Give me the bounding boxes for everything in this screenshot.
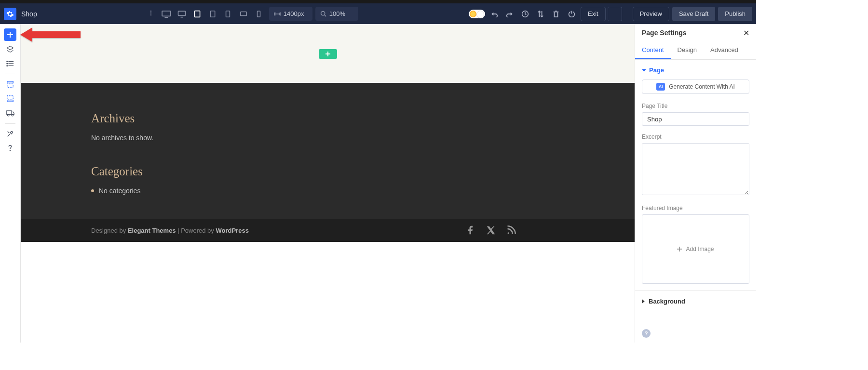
chevron-right-icon [642, 299, 645, 304]
panel-body: Page AI Generate Content With AI Page Ti… [635, 60, 756, 324]
exit-dropdown[interactable] [608, 7, 622, 21]
svg-rect-32 [7, 84, 13, 87]
page-accordion-toggle[interactable]: Page [642, 66, 749, 74]
zoom-input-box[interactable] [315, 7, 358, 21]
footer-template-button[interactable] [4, 92, 16, 105]
width-input-box[interactable] [269, 7, 312, 21]
power-button[interactable] [565, 8, 578, 20]
desktop-button[interactable] [175, 9, 189, 19]
canvas-empty-area[interactable] [21, 24, 635, 83]
svg-marker-43 [642, 69, 646, 71]
svg-rect-9 [226, 11, 230, 17]
delete-button[interactable] [550, 8, 562, 20]
browser-tab-bar [0, 0, 756, 3]
preview-button[interactable]: Preview [633, 7, 669, 21]
swap-button[interactable] [534, 8, 547, 20]
add-section-button[interactable] [319, 49, 337, 59]
layers-button[interactable] [4, 43, 16, 55]
redo-icon [506, 11, 514, 17]
help-circle-button[interactable]: ? [642, 329, 651, 338]
phone-button[interactable] [252, 9, 266, 19]
tablet-large-button[interactable] [190, 9, 204, 19]
plus-icon [325, 51, 331, 57]
background-accordion-toggle[interactable]: Background [642, 298, 749, 305]
svg-rect-34 [7, 100, 13, 102]
featured-image-label: Featured Image [642, 205, 749, 211]
generate-ai-button[interactable]: AI Generate Content With AI [642, 79, 749, 94]
page-footer: Designed by Elegant Themes | Powered by … [21, 219, 635, 242]
publish-button[interactable]: Publish [718, 7, 752, 21]
svg-marker-46 [642, 299, 644, 304]
svg-point-29 [7, 63, 8, 64]
x-icon[interactable] [486, 225, 496, 235]
exit-button[interactable]: Exit [581, 7, 606, 21]
add-image-dropzone[interactable]: Add Image [642, 214, 749, 284]
tab-advanced[interactable]: Advanced [704, 41, 745, 59]
tablet-button[interactable] [205, 9, 220, 19]
list-button[interactable] [4, 57, 16, 70]
ai-badge-icon: AI [656, 83, 665, 91]
redo-button[interactable] [503, 8, 516, 20]
tab-design[interactable]: Design [671, 41, 704, 59]
width-input[interactable] [284, 10, 308, 17]
svg-rect-31 [7, 81, 13, 83]
clock-icon [521, 10, 529, 18]
excerpt-textarea[interactable] [642, 143, 749, 195]
archives-text: No archives to show. [91, 134, 635, 142]
list-icon [6, 60, 14, 67]
footer-wp-link[interactable]: WordPress [216, 227, 248, 234]
help-button[interactable] [4, 142, 16, 155]
trash-icon [553, 10, 559, 18]
svg-point-30 [7, 66, 8, 66]
search-icon [320, 11, 326, 17]
save-draft-button[interactable]: Save Draft [672, 7, 715, 21]
rss-icon[interactable] [506, 225, 516, 235]
svg-rect-35 [6, 111, 11, 115]
desktop-wide-button[interactable] [159, 9, 174, 19]
tab-content[interactable]: Content [635, 41, 671, 59]
svg-rect-7 [194, 11, 200, 17]
svg-rect-11 [258, 11, 260, 17]
page-title-input[interactable] [642, 112, 749, 126]
left-sidebar [0, 24, 21, 343]
phone-large-button[interactable] [221, 9, 235, 19]
layers-icon [6, 45, 14, 53]
close-panel-button[interactable]: ✕ [743, 28, 749, 38]
annotation-arrow [20, 25, 83, 46]
svg-point-0 [150, 10, 151, 11]
svg-rect-33 [7, 96, 13, 99]
categories-item: No categories [91, 187, 635, 195]
theme-toggle[interactable] [469, 10, 485, 18]
cart-button[interactable] [4, 107, 16, 119]
truck-icon [6, 110, 14, 117]
svg-point-42 [508, 232, 509, 234]
svg-point-39 [10, 150, 10, 151]
svg-line-16 [325, 15, 326, 16]
header-template-button[interactable] [4, 78, 16, 91]
svg-line-38 [8, 132, 10, 133]
more-options-button[interactable] [148, 10, 154, 18]
footer-brand-link[interactable]: Elegant Themes [128, 227, 176, 234]
facebook-icon[interactable] [466, 225, 475, 235]
footer-social-icons [466, 225, 516, 235]
history-button[interactable] [519, 8, 531, 20]
add-block-button[interactable] [4, 28, 16, 41]
footer-widget-area: Archives No archives to show. Categories… [21, 83, 635, 219]
top-toolbar: Shop Exit Preview Save Draft Publish [0, 3, 756, 24]
header-icon [6, 80, 14, 88]
settings-gear-button[interactable] [4, 8, 16, 20]
undo-button[interactable] [488, 8, 501, 20]
zoom-input[interactable] [329, 10, 353, 17]
device-preview-group [159, 9, 266, 19]
phone-landscape-button[interactable] [236, 9, 251, 19]
svg-point-37 [12, 115, 13, 116]
plus-icon [7, 31, 14, 38]
settings-panel: Page Settings ✕ Content Design Advanced … [635, 24, 756, 343]
panel-header: Page Settings ✕ [635, 24, 756, 41]
panel-tabs: Content Design Advanced [635, 41, 756, 60]
svg-marker-24 [7, 46, 14, 50]
canvas[interactable]: Archives No archives to show. Categories… [21, 24, 635, 343]
svg-point-1 [150, 12, 151, 13]
tools-button[interactable] [4, 128, 16, 140]
page-title-label: Page Title [642, 103, 749, 109]
